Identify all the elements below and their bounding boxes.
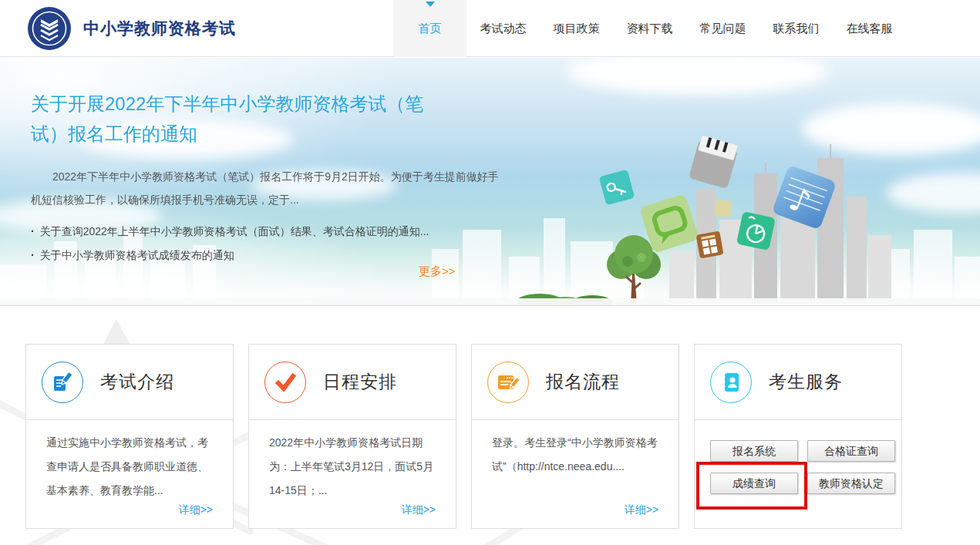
detail-link[interactable]: 详细>> [625,503,658,517]
document-pencil-icon [42,362,83,403]
cards-row: 考试介绍 通过实施中小学教师资格考试，考查申请人是否具备教师职业道德、基本素养、… [25,344,902,529]
nav-item-contact[interactable]: 联系我们 [759,0,833,57]
contact-book-icon [710,362,752,403]
card-header: 报名流程 [472,345,679,420]
card-title[interactable]: 报名流程 [546,370,620,394]
hero-content: 关于开展2022年下半年中小学教师资格考试（笔试）报名工作的通知 2022年下半… [31,89,509,267]
detail-link[interactable]: 详细>> [402,503,436,517]
news-link[interactable]: 关于查询2022年上半年中小学教师资格考试（面试）结果、考试合格证明的通知... [31,220,509,244]
card-body-text: 通过实施中小学教师资格考试，考查申请人是否具备教师职业道德、基本素养、教育教学能… [26,420,233,503]
card-body-text: 登录。考生登录“中小学教师资格考试”（http://ntce.neea.edu.… [472,420,679,479]
card-title[interactable]: 日程安排 [323,370,397,394]
hero-banner: ♪ 关于开展2022年下半年中小学教师资格考试（笔试）报名工作的通知 2 [0,58,980,306]
nav-item-home[interactable]: 首页 [393,0,466,57]
nav-item-policies[interactable]: 项目政策 [540,0,613,57]
card-4: 考生服务 报名系统 合格证查询 成绩查询 教师资格认定 [694,344,902,529]
nav-item-exam-news[interactable]: 考试动态 [466,0,540,57]
nav-item-online-service[interactable]: 在线客服 [833,0,906,57]
page: 中小学教师资格考试 首页 考试动态 项目政策 资料下载 常见问题 联系我们 在线… [0,0,980,545]
site-logo-icon [28,7,71,50]
nav-item-downloads[interactable]: 资料下载 [613,0,686,57]
teacher-qualification-button[interactable]: 教师资格认定 [807,473,895,494]
card-header: 考试介绍 [26,345,233,420]
card-header: 考生服务 [695,345,901,420]
site-title: 中小学教师资格考试 [83,0,236,57]
header: 中小学教师资格考试 首页 考试动态 项目政策 资料下载 常见问题 联系我们 在线… [0,0,980,57]
card-3: 报名流程 登录。考生登录“中小学教师资格考试”（http://ntce.neea… [471,344,679,529]
hero-news-list: 关于查询2022年上半年中小学教师资格考试（面试）结果、考试合格证明的通知...… [31,220,509,267]
card-1: 考试介绍 通过实施中小学教师资格考试，考查申请人是否具备教师职业道德、基本素养、… [25,344,234,529]
certificate-query-button[interactable]: 合格证查询 [807,440,895,462]
card-header: 日程安排 [249,345,456,420]
check-icon [264,362,306,403]
card-title[interactable]: 考生服务 [769,370,843,394]
card-body-text: 2022年中小学教师资格考试日期为：上半年笔试3月12日，面试5月14-15日；… [249,420,456,503]
registration-system-button[interactable]: 报名系统 [710,440,798,462]
background-triangle-shape [103,319,130,344]
nav-item-faq[interactable]: 常见问题 [686,0,759,57]
hero-notice-summary: 2022年下半年中小学教师资格考试（笔试）报名工作将于9月2日开始。为便于考生提… [31,165,500,211]
score-query-button[interactable]: 成绩查询 [710,473,798,494]
card-2: 日程安排 2022年中小学教师资格考试日期为：上半年笔试3月12日，面试5月14… [248,344,456,529]
more-link[interactable]: 更多>> [419,264,456,279]
card-title[interactable]: 考试介绍 [100,370,174,394]
form-pencil-icon [487,362,529,403]
main-nav: 首页 考试动态 项目政策 资料下载 常见问题 联系我们 在线客服 [393,0,906,57]
detail-link[interactable]: 详细>> [179,503,213,517]
hero-notice-title[interactable]: 关于开展2022年下半年中小学教师资格考试（笔试）报名工作的通知 [31,89,451,149]
